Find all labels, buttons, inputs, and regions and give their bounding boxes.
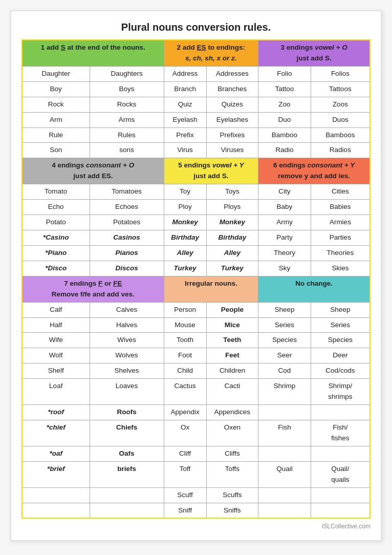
r1-plural: Daughters bbox=[90, 66, 164, 81]
irr-word: Mouse bbox=[164, 317, 206, 333]
r1-plural: Rocks bbox=[90, 97, 164, 112]
nc-word bbox=[258, 446, 311, 461]
r3-word: Tattoo bbox=[258, 81, 311, 97]
r7-word bbox=[22, 503, 90, 518]
r7-plural: Wolves bbox=[90, 348, 164, 364]
nc-plural bbox=[311, 487, 370, 503]
r7-word: *chief bbox=[22, 420, 90, 446]
r3-plural: Folios bbox=[311, 66, 370, 81]
irr-word: Person bbox=[164, 302, 206, 317]
irr-plural: Children bbox=[206, 364, 258, 379]
rule3-header: 3 endings vowel + Ojust add S. bbox=[258, 40, 370, 66]
irr-word: Toff bbox=[164, 461, 206, 487]
irr-plural: Feet bbox=[206, 348, 258, 364]
irr-word: Cactus bbox=[164, 379, 206, 405]
r2-word: Eyelash bbox=[164, 112, 206, 127]
nochange-header: No change. bbox=[258, 276, 370, 302]
r1-word: Boy bbox=[22, 81, 90, 97]
r5-plural: Ploys bbox=[206, 200, 258, 215]
r6-word: Baby bbox=[258, 200, 311, 215]
r3-plural: Bamboos bbox=[311, 127, 370, 143]
irr-plural: Appendices bbox=[206, 405, 258, 420]
r7-word: *oaf bbox=[22, 446, 90, 461]
r2-word: Branch bbox=[164, 81, 206, 97]
r7-plural: Wives bbox=[90, 333, 164, 348]
rule1-header: 1 add S at the end of the nouns. bbox=[22, 40, 164, 66]
r1-word: Arm bbox=[22, 112, 90, 127]
footer-credit: iSLCollective.com bbox=[21, 523, 371, 530]
r6-plural: Armies bbox=[311, 215, 370, 230]
r2-word: Virus bbox=[164, 143, 206, 158]
irr-word: Ox bbox=[164, 420, 206, 446]
r7-plural bbox=[90, 503, 164, 518]
r3-plural: Tattoos bbox=[311, 81, 370, 97]
main-table: 1 add S at the end of the nouns. 2 add E… bbox=[21, 39, 371, 519]
r5-plural: Alley bbox=[206, 245, 258, 261]
r3-word: Bamboo bbox=[258, 127, 311, 143]
nc-word: Seer bbox=[258, 348, 311, 364]
r1-word: Daughter bbox=[22, 66, 90, 81]
nc-word: Shrimp bbox=[258, 379, 311, 405]
r5-word: Birthday bbox=[164, 230, 206, 245]
r2-word: Quiz bbox=[164, 97, 206, 112]
r4-word: Echo bbox=[22, 200, 90, 215]
r3-word: Folio bbox=[258, 66, 311, 81]
irr-word: Cliff bbox=[164, 446, 206, 461]
r7-plural: Halves bbox=[90, 317, 164, 333]
r3-plural: Duos bbox=[311, 112, 370, 127]
r5-word: Alley bbox=[164, 245, 206, 261]
r4-plural: Pianos bbox=[90, 245, 164, 261]
r2-word: Prefix bbox=[164, 127, 206, 143]
nc-plural: Fish/fishes bbox=[311, 420, 370, 446]
r5-plural: Turkey bbox=[206, 261, 258, 276]
irregular-header: Irregular nouns. bbox=[164, 276, 258, 302]
nc-plural: Sheep bbox=[311, 302, 370, 317]
r1-plural: sons bbox=[90, 143, 164, 158]
r7-word bbox=[22, 487, 90, 503]
nc-plural bbox=[311, 503, 370, 518]
nc-plural: Quail/quails bbox=[311, 461, 370, 487]
irr-plural: Cliffs bbox=[206, 446, 258, 461]
nc-word: Sheep bbox=[258, 302, 311, 317]
r1-word: Son bbox=[22, 143, 90, 158]
r1-word: Rock bbox=[22, 97, 90, 112]
nc-plural: Species bbox=[311, 333, 370, 348]
r5-word: Ploy bbox=[164, 200, 206, 215]
r4-plural: Casinos bbox=[90, 230, 164, 245]
r1-word: Rule bbox=[22, 127, 90, 143]
r6-word: Army bbox=[258, 215, 311, 230]
nc-plural: Deer bbox=[311, 348, 370, 364]
r6-word: Sky bbox=[258, 261, 311, 276]
r2-plural: Eyelashes bbox=[206, 112, 258, 127]
r3-word: Duo bbox=[258, 112, 311, 127]
r3-plural: Zoos bbox=[311, 97, 370, 112]
r2-plural: Prefixes bbox=[206, 127, 258, 143]
nc-word bbox=[258, 503, 311, 518]
nc-word: Series bbox=[258, 317, 311, 333]
r7-plural: Shelves bbox=[90, 364, 164, 379]
r7-plural: Oafs bbox=[90, 446, 164, 461]
r5-plural: Birthday bbox=[206, 230, 258, 245]
r1-plural: Rules bbox=[90, 127, 164, 143]
r4-word: Potato bbox=[22, 215, 90, 230]
r4-plural: Potatoes bbox=[90, 215, 164, 230]
rule2-header: 2 add ES to endings:s, ch, sh, x or z. bbox=[164, 40, 258, 66]
r4-word: *Casino bbox=[22, 230, 90, 245]
r2-plural: Viruses bbox=[206, 143, 258, 158]
r7-word: Wolf bbox=[22, 348, 90, 364]
irr-plural: Sniffs bbox=[206, 503, 258, 518]
r2-plural: Quizes bbox=[206, 97, 258, 112]
r4-word: *Disco bbox=[22, 261, 90, 276]
irr-word: Child bbox=[164, 364, 206, 379]
r6-plural: Cities bbox=[311, 184, 370, 200]
nc-word: Quail bbox=[258, 461, 311, 487]
irr-plural: People bbox=[206, 302, 258, 317]
nc-plural bbox=[311, 446, 370, 461]
r7-word: Loaf bbox=[22, 379, 90, 405]
nc-plural bbox=[311, 405, 370, 420]
irr-word: Foot bbox=[164, 348, 206, 364]
irr-plural: Mice bbox=[206, 317, 258, 333]
irr-word: Tooth bbox=[164, 333, 206, 348]
irr-word: Sniff bbox=[164, 503, 206, 518]
r7-word: *roof bbox=[22, 405, 90, 420]
